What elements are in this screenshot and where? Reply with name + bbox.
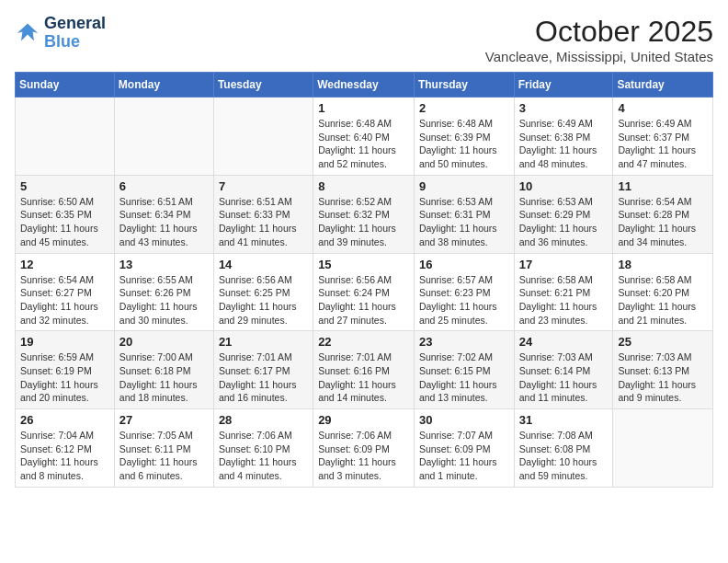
calendar-cell: 13Sunrise: 6:55 AM Sunset: 6:26 PM Dayli… (114, 253, 213, 331)
day-info: Sunrise: 7:01 AM Sunset: 6:16 PM Dayligh… (318, 350, 410, 405)
weekday-header: Wednesday (313, 73, 415, 98)
day-info: Sunrise: 7:05 AM Sunset: 6:11 PM Dayligh… (119, 429, 210, 483)
day-info: Sunrise: 6:52 AM Sunset: 6:32 PM Dayligh… (318, 195, 410, 249)
day-number: 1 (318, 101, 410, 115)
day-info: Sunrise: 6:50 AM Sunset: 6:35 PM Dayligh… (20, 195, 110, 249)
calendar-cell (613, 409, 713, 488)
day-info: Sunrise: 6:56 AM Sunset: 6:24 PM Dayligh… (318, 273, 410, 327)
day-info: Sunrise: 6:48 AM Sunset: 6:40 PM Dayligh… (318, 117, 410, 171)
day-info: Sunrise: 6:58 AM Sunset: 6:20 PM Dayligh… (618, 273, 709, 327)
day-number: 29 (318, 413, 410, 427)
calendar-cell: 9Sunrise: 6:53 AM Sunset: 6:31 PM Daylig… (414, 175, 514, 253)
day-number: 9 (419, 179, 510, 193)
calendar-table: SundayMondayTuesdayWednesdayThursdayFrid… (15, 72, 713, 488)
calendar-cell: 24Sunrise: 7:03 AM Sunset: 6:14 PM Dayli… (514, 331, 613, 409)
day-info: Sunrise: 7:06 AM Sunset: 6:10 PM Dayligh… (219, 429, 309, 483)
day-number: 5 (20, 179, 110, 193)
day-info: Sunrise: 6:48 AM Sunset: 6:39 PM Dayligh… (419, 117, 510, 171)
calendar-cell (213, 98, 313, 176)
day-info: Sunrise: 6:51 AM Sunset: 6:34 PM Dayligh… (119, 195, 210, 249)
day-number: 15 (318, 258, 410, 271)
day-info: Sunrise: 7:03 AM Sunset: 6:13 PM Dayligh… (618, 350, 709, 405)
day-number: 26 (20, 413, 110, 427)
calendar-cell: 15Sunrise: 6:56 AM Sunset: 6:24 PM Dayli… (313, 253, 415, 331)
day-number: 20 (119, 335, 210, 349)
calendar-cell: 3Sunrise: 6:49 AM Sunset: 6:38 PM Daylig… (514, 98, 613, 176)
calendar-body: 1Sunrise: 6:48 AM Sunset: 6:40 PM Daylig… (16, 98, 713, 488)
calendar-cell (16, 98, 115, 176)
day-info: Sunrise: 6:54 AM Sunset: 6:27 PM Dayligh… (20, 273, 110, 327)
calendar-cell: 10Sunrise: 6:53 AM Sunset: 6:29 PM Dayli… (514, 175, 613, 253)
day-number: 12 (20, 258, 110, 271)
day-number: 14 (219, 258, 309, 271)
day-info: Sunrise: 6:55 AM Sunset: 6:26 PM Dayligh… (119, 273, 210, 327)
day-number: 4 (618, 101, 709, 115)
calendar-week-row: 12Sunrise: 6:54 AM Sunset: 6:27 PM Dayli… (16, 253, 713, 331)
day-number: 2 (419, 101, 510, 115)
weekday-header: Sunday (16, 73, 115, 98)
calendar-cell: 14Sunrise: 6:56 AM Sunset: 6:25 PM Dayli… (213, 253, 313, 331)
page-header: General Blue October 2025 Vancleave, Mis… (15, 15, 713, 64)
day-number: 19 (20, 335, 110, 349)
calendar-cell: 23Sunrise: 7:02 AM Sunset: 6:15 PM Dayli… (414, 331, 514, 409)
day-number: 22 (318, 335, 410, 349)
month-title: October 2025 (485, 15, 713, 49)
day-number: 16 (419, 258, 510, 271)
weekday-header: Thursday (414, 73, 514, 98)
day-number: 6 (119, 179, 210, 193)
day-number: 17 (519, 258, 609, 271)
calendar-week-row: 26Sunrise: 7:04 AM Sunset: 6:12 PM Dayli… (16, 409, 713, 488)
calendar-cell: 17Sunrise: 6:58 AM Sunset: 6:21 PM Dayli… (514, 253, 613, 331)
calendar-cell: 16Sunrise: 6:57 AM Sunset: 6:23 PM Dayli… (414, 253, 514, 331)
calendar-cell: 25Sunrise: 7:03 AM Sunset: 6:13 PM Dayli… (613, 331, 713, 409)
day-number: 18 (618, 258, 709, 271)
day-info: Sunrise: 7:04 AM Sunset: 6:12 PM Dayligh… (20, 429, 110, 483)
day-number: 27 (119, 413, 210, 427)
day-number: 10 (519, 179, 609, 193)
calendar-cell: 4Sunrise: 6:49 AM Sunset: 6:37 PM Daylig… (613, 98, 713, 176)
calendar-cell: 18Sunrise: 6:58 AM Sunset: 6:20 PM Dayli… (613, 253, 713, 331)
calendar-cell: 28Sunrise: 7:06 AM Sunset: 6:10 PM Dayli… (213, 409, 313, 488)
day-info: Sunrise: 6:53 AM Sunset: 6:29 PM Dayligh… (519, 195, 609, 249)
day-number: 30 (419, 413, 510, 427)
calendar-cell: 8Sunrise: 6:52 AM Sunset: 6:32 PM Daylig… (313, 175, 415, 253)
day-number: 28 (219, 413, 309, 427)
day-info: Sunrise: 6:49 AM Sunset: 6:38 PM Dayligh… (519, 117, 609, 171)
weekday-header: Tuesday (213, 73, 313, 98)
day-info: Sunrise: 6:54 AM Sunset: 6:28 PM Dayligh… (618, 195, 709, 249)
day-info: Sunrise: 7:01 AM Sunset: 6:17 PM Dayligh… (219, 350, 309, 405)
calendar-cell: 2Sunrise: 6:48 AM Sunset: 6:39 PM Daylig… (414, 98, 514, 176)
calendar-cell: 31Sunrise: 7:08 AM Sunset: 6:08 PM Dayli… (514, 409, 613, 488)
day-info: Sunrise: 7:02 AM Sunset: 6:15 PM Dayligh… (419, 350, 510, 405)
weekday-header: Monday (114, 73, 213, 98)
calendar-cell: 22Sunrise: 7:01 AM Sunset: 6:16 PM Dayli… (313, 331, 415, 409)
day-info: Sunrise: 6:56 AM Sunset: 6:25 PM Dayligh… (219, 273, 309, 327)
calendar-cell: 1Sunrise: 6:48 AM Sunset: 6:40 PM Daylig… (313, 98, 415, 176)
day-number: 11 (618, 179, 709, 193)
day-number: 7 (219, 179, 309, 193)
day-info: Sunrise: 7:00 AM Sunset: 6:18 PM Dayligh… (119, 350, 210, 405)
day-info: Sunrise: 6:53 AM Sunset: 6:31 PM Dayligh… (419, 195, 510, 249)
day-number: 25 (618, 335, 709, 349)
calendar-cell (114, 98, 213, 176)
calendar-cell: 26Sunrise: 7:04 AM Sunset: 6:12 PM Dayli… (16, 409, 115, 488)
day-info: Sunrise: 6:59 AM Sunset: 6:19 PM Dayligh… (20, 350, 110, 405)
day-number: 8 (318, 179, 410, 193)
calendar-cell: 20Sunrise: 7:00 AM Sunset: 6:18 PM Dayli… (114, 331, 213, 409)
title-area: October 2025 Vancleave, Mississippi, Uni… (485, 15, 713, 64)
calendar-cell: 19Sunrise: 6:59 AM Sunset: 6:19 PM Dayli… (16, 331, 115, 409)
logo: General Blue (15, 15, 106, 52)
calendar-header-row: SundayMondayTuesdayWednesdayThursdayFrid… (16, 73, 713, 98)
day-number: 24 (519, 335, 609, 349)
calendar-cell: 6Sunrise: 6:51 AM Sunset: 6:34 PM Daylig… (114, 175, 213, 253)
day-info: Sunrise: 7:07 AM Sunset: 6:09 PM Dayligh… (419, 429, 510, 483)
day-number: 31 (519, 413, 609, 427)
calendar-cell: 5Sunrise: 6:50 AM Sunset: 6:35 PM Daylig… (16, 175, 115, 253)
day-info: Sunrise: 6:58 AM Sunset: 6:21 PM Dayligh… (519, 273, 609, 327)
day-info: Sunrise: 7:08 AM Sunset: 6:08 PM Dayligh… (519, 429, 609, 483)
calendar-week-row: 19Sunrise: 6:59 AM Sunset: 6:19 PM Dayli… (16, 331, 713, 409)
calendar-week-row: 5Sunrise: 6:50 AM Sunset: 6:35 PM Daylig… (16, 175, 713, 253)
day-info: Sunrise: 6:57 AM Sunset: 6:23 PM Dayligh… (419, 273, 510, 327)
calendar-cell: 21Sunrise: 7:01 AM Sunset: 6:17 PM Dayli… (213, 331, 313, 409)
day-info: Sunrise: 7:03 AM Sunset: 6:14 PM Dayligh… (519, 350, 609, 405)
